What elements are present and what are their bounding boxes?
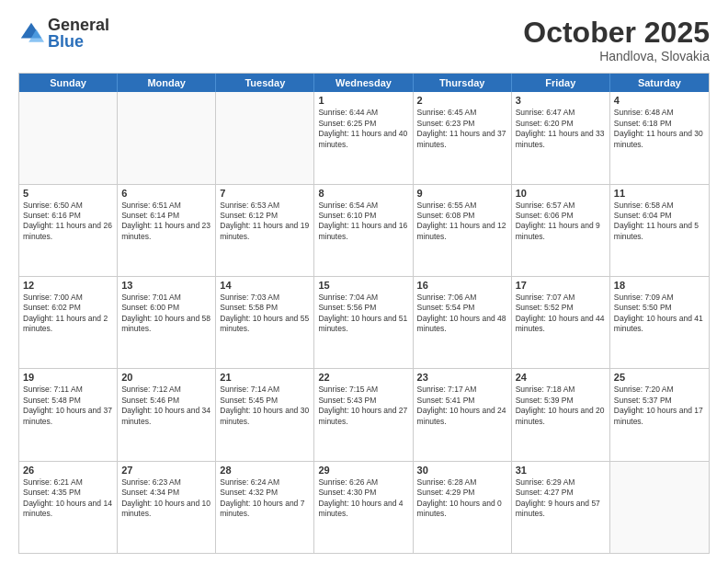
logo-icon bbox=[18, 20, 44, 46]
day-number: 31 bbox=[516, 465, 606, 476]
cell-info: Sunrise: 6:50 AMSunset: 6:16 PMDaylight:… bbox=[23, 201, 113, 243]
day-number: 1 bbox=[318, 95, 408, 106]
cell-info: Sunrise: 7:01 AMSunset: 6:00 PMDaylight:… bbox=[121, 293, 211, 335]
calendar-cell-5: 5Sunrise: 6:50 AMSunset: 6:16 PMDaylight… bbox=[19, 185, 118, 276]
day-number: 11 bbox=[614, 188, 705, 199]
month-title: October 2025 bbox=[523, 17, 710, 49]
cell-info: Sunrise: 6:28 AMSunset: 4:29 PMDaylight:… bbox=[417, 477, 507, 520]
day-number: 9 bbox=[417, 188, 507, 199]
cell-info: Sunrise: 7:07 AMSunset: 5:52 PMDaylight:… bbox=[516, 293, 606, 335]
day-number: 16 bbox=[417, 280, 507, 291]
day-number: 14 bbox=[220, 280, 310, 291]
cell-info: Sunrise: 6:51 AMSunset: 6:14 PMDaylight:… bbox=[121, 201, 211, 243]
cell-info: Sunrise: 6:47 AMSunset: 6:20 PMDaylight:… bbox=[516, 108, 606, 150]
cell-info: Sunrise: 7:12 AMSunset: 5:46 PMDaylight:… bbox=[121, 385, 211, 427]
day-number: 2 bbox=[417, 95, 507, 106]
weekday-header-thursday: Thursday bbox=[414, 74, 512, 92]
cell-info: Sunrise: 6:44 AMSunset: 6:25 PMDaylight:… bbox=[318, 108, 408, 150]
calendar-cell-10: 10Sunrise: 6:57 AMSunset: 6:06 PMDayligh… bbox=[512, 185, 610, 276]
calendar-cell-21: 21Sunrise: 7:14 AMSunset: 5:45 PMDayligh… bbox=[216, 369, 314, 460]
cell-info: Sunrise: 6:48 AMSunset: 6:18 PMDaylight:… bbox=[614, 108, 705, 150]
cell-info: Sunrise: 6:53 AMSunset: 6:12 PMDaylight:… bbox=[220, 201, 310, 243]
day-number: 4 bbox=[614, 95, 705, 106]
weekday-header-wednesday: Wednesday bbox=[314, 74, 413, 92]
calendar-cell-31: 31Sunrise: 6:29 AMSunset: 4:27 PMDayligh… bbox=[512, 462, 610, 553]
calendar-cell-empty-4-6 bbox=[610, 462, 709, 553]
cell-info: Sunrise: 7:15 AMSunset: 5:43 PMDaylight:… bbox=[318, 385, 408, 427]
day-number: 15 bbox=[318, 280, 408, 291]
calendar-cell-24: 24Sunrise: 7:18 AMSunset: 5:39 PMDayligh… bbox=[512, 369, 610, 460]
calendar-cell-27: 27Sunrise: 6:23 AMSunset: 4:34 PMDayligh… bbox=[118, 462, 216, 553]
cell-info: Sunrise: 7:18 AMSunset: 5:39 PMDaylight:… bbox=[516, 385, 606, 427]
day-number: 22 bbox=[318, 372, 408, 383]
cell-info: Sunrise: 7:14 AMSunset: 5:45 PMDaylight:… bbox=[220, 385, 310, 427]
calendar-cell-6: 6Sunrise: 6:51 AMSunset: 6:14 PMDaylight… bbox=[118, 185, 216, 276]
weekday-header-monday: Monday bbox=[118, 74, 216, 92]
cell-info: Sunrise: 7:00 AMSunset: 6:02 PMDaylight:… bbox=[23, 293, 113, 335]
logo: General Blue bbox=[18, 17, 109, 50]
day-number: 23 bbox=[417, 372, 507, 383]
calendar-cell-4: 4Sunrise: 6:48 AMSunset: 6:18 PMDaylight… bbox=[610, 92, 709, 183]
day-number: 17 bbox=[516, 280, 606, 291]
calendar-cell-7: 7Sunrise: 6:53 AMSunset: 6:12 PMDaylight… bbox=[216, 185, 314, 276]
cell-info: Sunrise: 6:24 AMSunset: 4:32 PMDaylight:… bbox=[220, 477, 310, 520]
calendar-row-3: 19Sunrise: 7:11 AMSunset: 5:48 PMDayligh… bbox=[19, 368, 709, 460]
calendar-cell-1: 1Sunrise: 6:44 AMSunset: 6:25 PMDaylight… bbox=[314, 92, 413, 183]
day-number: 13 bbox=[121, 280, 211, 291]
calendar-cell-20: 20Sunrise: 7:12 AMSunset: 5:46 PMDayligh… bbox=[118, 369, 216, 460]
calendar-cell-14: 14Sunrise: 7:03 AMSunset: 5:58 PMDayligh… bbox=[216, 277, 314, 368]
day-number: 24 bbox=[516, 372, 606, 383]
calendar-cell-13: 13Sunrise: 7:01 AMSunset: 6:00 PMDayligh… bbox=[118, 277, 216, 368]
cell-info: Sunrise: 7:03 AMSunset: 5:58 PMDaylight:… bbox=[220, 293, 310, 335]
calendar-cell-12: 12Sunrise: 7:00 AMSunset: 6:02 PMDayligh… bbox=[19, 277, 118, 368]
calendar-cell-15: 15Sunrise: 7:04 AMSunset: 5:56 PMDayligh… bbox=[314, 277, 413, 368]
calendar-cell-30: 30Sunrise: 6:28 AMSunset: 4:29 PMDayligh… bbox=[414, 462, 512, 553]
calendar-body: 1Sunrise: 6:44 AMSunset: 6:25 PMDaylight… bbox=[19, 92, 709, 553]
cell-info: Sunrise: 6:55 AMSunset: 6:08 PMDaylight:… bbox=[417, 201, 507, 243]
calendar-cell-17: 17Sunrise: 7:07 AMSunset: 5:52 PMDayligh… bbox=[512, 277, 610, 368]
day-number: 7 bbox=[220, 188, 310, 199]
calendar-cell-18: 18Sunrise: 7:09 AMSunset: 5:50 PMDayligh… bbox=[610, 277, 709, 368]
logo-blue-text: Blue bbox=[48, 33, 109, 50]
calendar-header: SundayMondayTuesdayWednesdayThursdayFrid… bbox=[19, 74, 709, 92]
day-number: 29 bbox=[318, 465, 408, 476]
day-number: 8 bbox=[318, 188, 408, 199]
day-number: 6 bbox=[121, 188, 211, 199]
weekday-header-saturday: Saturday bbox=[610, 74, 709, 92]
calendar-cell-empty-0-2 bbox=[216, 92, 314, 183]
calendar-cell-3: 3Sunrise: 6:47 AMSunset: 6:20 PMDaylight… bbox=[512, 92, 610, 183]
cell-info: Sunrise: 7:04 AMSunset: 5:56 PMDaylight:… bbox=[318, 293, 408, 335]
day-number: 10 bbox=[516, 188, 606, 199]
cell-info: Sunrise: 7:17 AMSunset: 5:41 PMDaylight:… bbox=[417, 385, 507, 427]
calendar-cell-8: 8Sunrise: 6:54 AMSunset: 6:10 PMDaylight… bbox=[314, 185, 413, 276]
calendar-cell-16: 16Sunrise: 7:06 AMSunset: 5:54 PMDayligh… bbox=[414, 277, 512, 368]
calendar-row-2: 12Sunrise: 7:00 AMSunset: 6:02 PMDayligh… bbox=[19, 276, 709, 368]
cell-info: Sunrise: 6:21 AMSunset: 4:35 PMDaylight:… bbox=[23, 477, 113, 520]
header: General Blue October 2025 Handlova, Slov… bbox=[18, 17, 710, 63]
cell-info: Sunrise: 7:11 AMSunset: 5:48 PMDaylight:… bbox=[23, 385, 113, 427]
calendar-cell-28: 28Sunrise: 6:24 AMSunset: 4:32 PMDayligh… bbox=[216, 462, 314, 553]
day-number: 26 bbox=[23, 465, 113, 476]
cell-info: Sunrise: 6:26 AMSunset: 4:30 PMDaylight:… bbox=[318, 477, 408, 520]
calendar-cell-empty-0-1 bbox=[118, 92, 216, 183]
title-area: October 2025 Handlova, Slovakia bbox=[523, 17, 710, 63]
calendar-row-1: 5Sunrise: 6:50 AMSunset: 6:16 PMDaylight… bbox=[19, 184, 709, 276]
day-number: 30 bbox=[417, 465, 507, 476]
day-number: 3 bbox=[516, 95, 606, 106]
day-number: 5 bbox=[23, 188, 113, 199]
cell-info: Sunrise: 6:23 AMSunset: 4:34 PMDaylight:… bbox=[121, 477, 211, 520]
day-number: 28 bbox=[220, 465, 310, 476]
cell-info: Sunrise: 6:45 AMSunset: 6:23 PMDaylight:… bbox=[417, 108, 507, 150]
cell-info: Sunrise: 6:58 AMSunset: 6:04 PMDaylight:… bbox=[614, 201, 705, 243]
calendar-cell-9: 9Sunrise: 6:55 AMSunset: 6:08 PMDaylight… bbox=[414, 185, 512, 276]
calendar-cell-11: 11Sunrise: 6:58 AMSunset: 6:04 PMDayligh… bbox=[610, 185, 709, 276]
calendar-row-4: 26Sunrise: 6:21 AMSunset: 4:35 PMDayligh… bbox=[19, 461, 709, 553]
calendar-cell-29: 29Sunrise: 6:26 AMSunset: 4:30 PMDayligh… bbox=[314, 462, 413, 553]
calendar-cell-23: 23Sunrise: 7:17 AMSunset: 5:41 PMDayligh… bbox=[414, 369, 512, 460]
calendar-cell-2: 2Sunrise: 6:45 AMSunset: 6:23 PMDaylight… bbox=[414, 92, 512, 183]
day-number: 18 bbox=[614, 280, 705, 291]
cell-info: Sunrise: 7:20 AMSunset: 5:37 PMDaylight:… bbox=[614, 385, 705, 427]
cell-info: Sunrise: 6:29 AMSunset: 4:27 PMDaylight:… bbox=[516, 477, 606, 520]
day-number: 27 bbox=[121, 465, 211, 476]
location-subtitle: Handlova, Slovakia bbox=[523, 49, 710, 63]
